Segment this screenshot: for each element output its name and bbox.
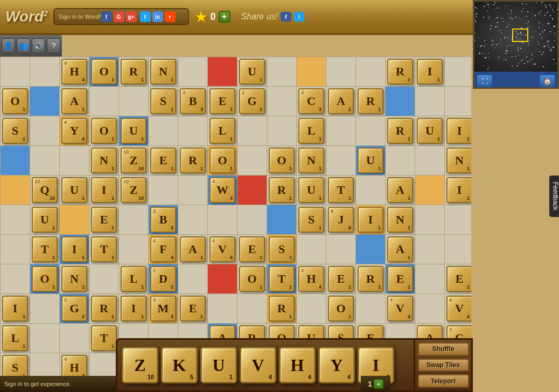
board-tile[interactable]: O1 [91, 118, 117, 144]
board-tile[interactable]: 4Y4 [61, 118, 87, 144]
google-plus-icon[interactable]: g+ [126, 11, 137, 22]
board-tile[interactable]: 4V4 [387, 296, 413, 321]
board-tile[interactable]: I1 [446, 118, 471, 144]
board-cell[interactable]: N1 [89, 146, 118, 175]
board-cell[interactable] [119, 87, 148, 116]
board-tile[interactable]: I1 [417, 59, 443, 85]
board-cell[interactable] [356, 57, 385, 86]
board-tile[interactable]: I1 [2, 296, 28, 321]
board-tile[interactable]: E1 [209, 88, 235, 114]
board-cell[interactable]: E1 [326, 264, 355, 293]
board-cell[interactable]: O1 [30, 264, 59, 293]
board-cell[interactable]: E1 [237, 235, 267, 264]
board-cell[interactable]: R1 [267, 294, 296, 323]
board-cell[interactable] [356, 176, 385, 205]
board-cell[interactable]: L1 [297, 116, 326, 145]
board-tile[interactable]: R1 [358, 266, 383, 292]
swap-tiles-button[interactable]: Swap Tiles [418, 359, 469, 372]
board-cell[interactable] [267, 116, 296, 145]
board-cell[interactable]: U1 [60, 176, 89, 205]
board-tile[interactable]: U1 [121, 118, 146, 144]
board-cell[interactable]: U1 [237, 57, 267, 86]
board-cell[interactable] [208, 294, 237, 323]
board-tile[interactable]: N1 [298, 148, 324, 173]
board-tile[interactable]: 4F4 [150, 236, 176, 262]
board-cell[interactable] [356, 235, 385, 264]
board-cell[interactable] [297, 294, 326, 323]
board-tile[interactable]: O1 [239, 266, 265, 292]
board-tile[interactable]: E1 [239, 236, 265, 262]
board-tile[interactable]: I1 [358, 207, 383, 233]
board-cell[interactable] [119, 235, 148, 264]
reddit-icon[interactable]: r [165, 11, 176, 22]
board-tile[interactable]: O1 [91, 59, 117, 85]
board-cell[interactable] [1, 176, 30, 205]
board-cell[interactable]: E1 [386, 264, 415, 293]
board-cell[interactable]: T1 [30, 235, 59, 264]
board-cell[interactable]: E1 [149, 146, 178, 175]
rack-tile[interactable]: Z10 [122, 347, 158, 383]
board-tile[interactable]: R1 [269, 177, 295, 203]
board-cell[interactable]: S1 [297, 205, 326, 234]
counter-plus-button[interactable]: + [374, 379, 383, 389]
board-tile[interactable]: 10Z10 [121, 177, 146, 203]
board-tile[interactable]: 3B3 [150, 207, 176, 233]
board-cell[interactable] [415, 87, 444, 116]
board-cell[interactable]: O1 [326, 294, 355, 323]
board-tile[interactable]: T1 [32, 236, 58, 262]
board-tile[interactable]: E1 [150, 148, 176, 173]
board-cell[interactable] [178, 176, 207, 205]
board-cell[interactable] [415, 176, 444, 205]
board-cell[interactable]: T1 [267, 264, 296, 293]
board-cell[interactable] [267, 205, 296, 234]
board-tile[interactable]: U1 [239, 59, 265, 85]
board-cell[interactable] [1, 57, 30, 86]
board-cell[interactable] [445, 87, 471, 116]
board-cell[interactable] [386, 146, 415, 175]
board-cell[interactable] [208, 57, 237, 86]
board-cell[interactable] [30, 57, 59, 86]
board-cell[interactable]: S1 [1, 116, 30, 145]
board-cell[interactable] [356, 116, 385, 145]
board-tile[interactable]: U1 [417, 118, 443, 144]
board-cell[interactable] [1, 264, 30, 293]
board-cell[interactable]: I1 [119, 294, 148, 323]
board-tile[interactable]: N1 [61, 266, 87, 292]
rack-tile[interactable]: U1 [200, 347, 237, 383]
board-cell[interactable]: 8J8 [326, 205, 355, 234]
board-cell[interactable] [30, 146, 59, 175]
board-cell[interactable]: A1 [386, 176, 415, 205]
board-cell[interactable] [415, 205, 444, 234]
board-cell[interactable]: T1 [89, 235, 118, 264]
board-cell[interactable] [267, 87, 296, 116]
board-cell[interactable] [386, 87, 415, 116]
board-tile[interactable]: S1 [2, 118, 28, 144]
board-cell[interactable] [1, 235, 30, 264]
board-cell[interactable] [30, 324, 59, 353]
board-cell[interactable] [178, 264, 207, 293]
help-button[interactable]: ? [47, 38, 60, 53]
board-tile[interactable]: 3C3 [298, 88, 324, 114]
board-tile[interactable]: O1 [328, 296, 354, 321]
board-tile[interactable]: R1 [180, 148, 206, 173]
board-tile[interactable]: R1 [387, 59, 413, 85]
board-cell[interactable] [237, 176, 267, 205]
board-cell[interactable]: U1 [356, 146, 385, 175]
board-tile[interactable]: I1 [121, 296, 146, 321]
board-cell[interactable] [356, 294, 385, 323]
board-cell[interactable]: R1 [386, 116, 415, 145]
board-tile[interactable]: U1 [61, 177, 87, 203]
board-cell[interactable]: 2G2 [237, 87, 267, 116]
board-cell[interactable] [297, 57, 326, 86]
board-cell[interactable] [30, 87, 59, 116]
board-cell[interactable] [326, 146, 355, 175]
board-cell[interactable] [60, 205, 89, 234]
board-tile[interactable]: I1 [61, 236, 87, 262]
add-star-button[interactable]: + [219, 11, 230, 23]
board-tile[interactable]: N1 [91, 148, 117, 173]
board-tile[interactable]: I1 [446, 177, 471, 203]
board-tile[interactable]: 2D2 [150, 266, 176, 292]
share-facebook-button[interactable]: f [281, 12, 291, 22]
board-cell[interactable]: T1 [326, 176, 355, 205]
board-cell[interactable]: R1 [356, 264, 385, 293]
